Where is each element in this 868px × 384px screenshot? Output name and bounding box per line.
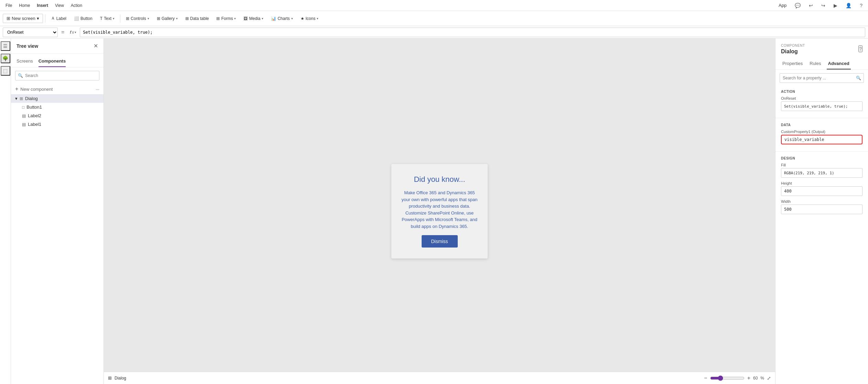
data-table-icon: ⊞: [185, 16, 189, 21]
controls-icon: ⊞: [126, 16, 129, 21]
tree-item-button1[interactable]: □ Button1: [11, 103, 104, 111]
zoom-value: 60: [753, 376, 758, 381]
new-screen-button[interactable]: ⊞ New screen ▾: [3, 14, 43, 23]
dismiss-button[interactable]: Dismiss: [422, 235, 458, 248]
controls-btn-text: Controls: [131, 16, 146, 21]
charts-btn-text: Charts: [278, 16, 290, 21]
menu-home[interactable]: Home: [16, 2, 33, 9]
canvas-area: Did you know... Make Office 365 and Dyna…: [104, 39, 775, 384]
icons-button[interactable]: ★ Icons ▾: [297, 14, 322, 23]
zoom-percent: %: [760, 376, 764, 381]
property-search-input[interactable]: [780, 73, 864, 83]
data-table-button[interactable]: ⊞ Data table: [182, 14, 213, 23]
tab-components[interactable]: Components: [39, 56, 66, 67]
label-btn-text: Label: [56, 16, 66, 21]
tab-screens[interactable]: Screens: [17, 56, 33, 67]
help-button[interactable]: ?: [857, 1, 865, 10]
more-options-icon[interactable]: ···: [96, 87, 99, 92]
text-button[interactable]: T Text ▾: [97, 14, 118, 23]
equals-sign: =: [59, 29, 66, 35]
tab-rules[interactable]: Rules: [808, 59, 822, 69]
tree-item-label1[interactable]: ▤ Label1: [11, 120, 104, 129]
tree-close-button[interactable]: ✕: [94, 43, 98, 49]
menu-file[interactable]: File: [3, 2, 15, 9]
controls-chevron: ▾: [148, 17, 149, 20]
fill-value[interactable]: RGBA(219, 219, 219, 1): [781, 168, 862, 178]
fx-italic: f: [70, 30, 71, 35]
layers-button[interactable]: ⬚: [1, 66, 10, 76]
play-button[interactable]: ▶: [831, 1, 840, 10]
onreset-label: OnReset: [781, 96, 862, 100]
tree-search-input[interactable]: [15, 71, 99, 80]
toolbar-sep-2: [120, 14, 120, 23]
text-icon: T: [100, 16, 102, 21]
forms-button[interactable]: ⊞ Forms ▾: [213, 14, 239, 23]
dialog-card: Did you know... Make Office 365 and Dyna…: [391, 164, 488, 259]
charts-button[interactable]: 📊 Charts ▾: [268, 14, 296, 23]
button1-item-icon: □: [22, 105, 24, 110]
gallery-icon: ⊞: [157, 16, 160, 21]
label-button[interactable]: Ａ Label: [47, 14, 70, 23]
fill-label: Fill: [781, 163, 862, 167]
width-value[interactable]: 500: [781, 205, 862, 214]
zoom-slider[interactable]: [710, 375, 745, 381]
menu-bar: File Home Insert View Action App 💬 ↩ ↪ ▶…: [0, 0, 868, 11]
label2-item-icon: ▤: [22, 113, 26, 118]
data-section-title: DATA: [781, 123, 862, 127]
label1-item-label: Label1: [28, 122, 41, 127]
button-button[interactable]: ⬜ Button: [70, 14, 96, 23]
fx-x: x: [72, 30, 74, 35]
media-button[interactable]: 🖼 Media ▾: [240, 14, 267, 23]
chat-button[interactable]: 💬: [792, 1, 803, 10]
gallery-chevron: ▾: [176, 17, 178, 20]
icon-panel: ☰ 🌳 ⬚: [0, 39, 11, 384]
new-screen-label: New screen: [12, 16, 35, 21]
fullscreen-button[interactable]: ⤢: [767, 375, 771, 381]
gallery-button[interactable]: ⊞ Gallery ▾: [153, 14, 181, 23]
new-component-row[interactable]: + New component ···: [11, 84, 104, 94]
undo-button[interactable]: ↩: [806, 1, 816, 10]
text-btn-text: Text: [104, 16, 111, 21]
controls-button[interactable]: ⊞ Controls ▾: [122, 14, 153, 23]
forms-chevron: ▾: [234, 17, 236, 20]
label-icon: Ａ: [51, 15, 55, 21]
zoom-in-button[interactable]: +: [747, 375, 750, 381]
media-chevron: ▾: [262, 17, 263, 20]
tree-view-button[interactable]: 🌳: [1, 54, 10, 63]
right-panel-search-container: 🔍: [780, 73, 864, 83]
redo-button[interactable]: ↪: [818, 1, 828, 10]
zoom-out-button[interactable]: −: [704, 375, 707, 381]
icons-btn-text: Icons: [306, 16, 316, 21]
action-section: ACTION OnReset Set(visible_variable, tru…: [775, 86, 868, 117]
new-component-plus-icon: +: [15, 86, 18, 92]
data-section: DATA CustomProperty1 (Output) visible_va…: [775, 120, 868, 150]
tab-advanced[interactable]: Advanced: [827, 59, 851, 69]
property-dropdown[interactable]: OnReset: [3, 28, 58, 37]
menu-action[interactable]: Action: [68, 2, 85, 9]
divider-2: [775, 151, 868, 152]
new-component-label: New component: [20, 87, 53, 92]
user-button[interactable]: 👤: [843, 1, 854, 10]
tab-properties[interactable]: Properties: [781, 59, 804, 69]
right-panel-header-row: COMPONENT Dialog ?: [781, 43, 862, 55]
formula-bar: OnReset = f x ▾: [0, 26, 868, 39]
formula-input[interactable]: [80, 28, 865, 37]
tree-item-label2[interactable]: ▤ Label2: [11, 111, 104, 120]
media-icon: 🖼: [243, 16, 248, 21]
hamburger-button[interactable]: ☰: [1, 41, 10, 51]
onreset-value[interactable]: Set(visible_variable, true);: [781, 101, 862, 111]
forms-icon: ⊞: [216, 16, 220, 21]
main-area: ☰ 🌳 ⬚ Tree view ✕ Screens Components 🔍 +…: [0, 39, 868, 384]
fx-button[interactable]: f x ▾: [68, 30, 78, 35]
height-value[interactable]: 400: [781, 186, 862, 196]
gallery-btn-text: Gallery: [162, 16, 175, 21]
tree-item-dialog[interactable]: ▾ ⊞ Dialog: [11, 94, 104, 103]
divider-1: [775, 118, 868, 118]
menu-insert[interactable]: Insert: [34, 2, 51, 9]
panel-help-button[interactable]: ?: [858, 45, 862, 52]
charts-icon: 📊: [271, 16, 276, 21]
custom-property-value[interactable]: visible_variable: [781, 135, 862, 144]
design-section-title: DESIGN: [781, 156, 862, 160]
menu-view[interactable]: View: [52, 2, 67, 9]
button1-item-label: Button1: [26, 105, 42, 110]
